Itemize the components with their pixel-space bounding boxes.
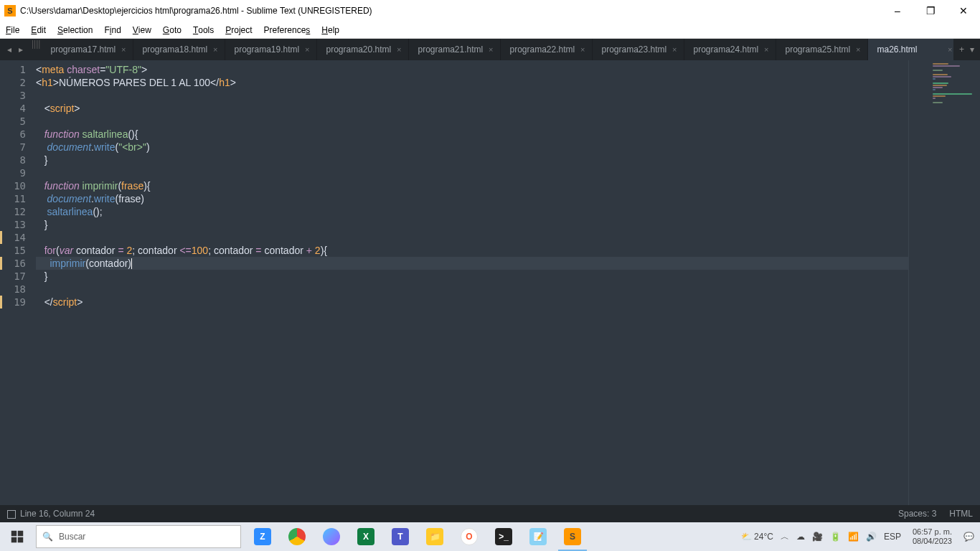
tab-next-icon[interactable]: ▸ bbox=[16, 44, 26, 55]
tab-close-icon[interactable]: × bbox=[854, 45, 862, 54]
code-line-14[interactable] bbox=[36, 231, 908, 244]
code-line-3[interactable] bbox=[36, 89, 908, 102]
code-line-18[interactable] bbox=[36, 283, 908, 296]
code-line-11[interactable]: document.write(frase) bbox=[36, 192, 908, 205]
menu-selection[interactable]: Selection bbox=[52, 22, 98, 38]
tab-programa26.html[interactable]: ma26.html× bbox=[868, 39, 953, 60]
line-number[interactable]: 4 bbox=[0, 102, 36, 115]
line-number[interactable]: 2 bbox=[0, 76, 36, 89]
tab-close-icon[interactable]: × bbox=[946, 45, 953, 54]
code-line-8[interactable]: } bbox=[36, 154, 908, 166]
code-line-16[interactable]: imprimir(contador) bbox=[36, 257, 908, 270]
line-number[interactable]: 5 bbox=[0, 115, 36, 128]
code-line-12[interactable]: saltarlinea(); bbox=[36, 205, 908, 218]
tab-programa20.html[interactable]: programa20.html× bbox=[317, 39, 409, 60]
line-number[interactable]: 6 bbox=[0, 128, 36, 141]
syntax-setting[interactable]: HTML bbox=[949, 509, 973, 519]
tab-programa22.html[interactable]: programa22.html× bbox=[501, 39, 593, 60]
tab-close-icon[interactable]: × bbox=[579, 45, 586, 54]
gutter[interactable]: 12345678910111213141516171819 bbox=[0, 60, 36, 505]
menu-goto[interactable]: Goto bbox=[157, 22, 187, 38]
tab-programa19.html[interactable]: programa19.html× bbox=[225, 39, 317, 60]
tray-chevron-icon[interactable]: ︿ bbox=[781, 531, 789, 543]
line-number[interactable]: 1 bbox=[0, 63, 36, 76]
code-line-6[interactable]: function saltarlinea(){ bbox=[36, 128, 908, 141]
code-line-9[interactable] bbox=[36, 166, 908, 179]
weather-widget[interactable]: ⛅ 24°C bbox=[741, 532, 773, 542]
app-chrome[interactable] bbox=[280, 522, 314, 551]
titlebar[interactable]: S C:\Users\damar\Desktop\ejercicios html… bbox=[0, 0, 980, 22]
code-line-7[interactable]: document.write("<br>") bbox=[36, 141, 908, 154]
tab-close-icon[interactable]: × bbox=[763, 45, 770, 54]
tab-close-icon[interactable]: × bbox=[120, 45, 127, 54]
clock[interactable]: 06:57 p. m. 08/04/2023 bbox=[908, 527, 956, 546]
panel-icon[interactable] bbox=[7, 510, 16, 519]
menu-file[interactable]: File bbox=[0, 22, 25, 38]
menu-edit[interactable]: Edit bbox=[25, 22, 52, 38]
close-button[interactable]: ✕ bbox=[947, 0, 980, 22]
tab-programa18.html[interactable]: programa18.html× bbox=[133, 39, 225, 60]
code-line-17[interactable]: } bbox=[36, 270, 908, 283]
tab-close-icon[interactable]: × bbox=[395, 45, 402, 54]
menu-find[interactable]: Find bbox=[98, 22, 126, 38]
code-line-2[interactable]: <h1>NÚMEROS PARES DEL 1 AL 100</h1> bbox=[36, 76, 908, 89]
line-number[interactable]: 11 bbox=[0, 192, 36, 205]
line-number[interactable]: 15 bbox=[0, 244, 36, 257]
app-copilot[interactable] bbox=[314, 522, 349, 551]
menu-help[interactable]: Help bbox=[316, 22, 345, 38]
code-line-5[interactable] bbox=[36, 115, 908, 128]
line-number[interactable]: 16 bbox=[0, 257, 36, 270]
code-line-1[interactable]: <meta charset="UTF-8"> bbox=[36, 63, 908, 76]
tab-programa17.html[interactable]: programa17.html× bbox=[42, 39, 133, 60]
tab-programa25.html[interactable]: programa25.html× bbox=[776, 39, 868, 60]
tab-prev-icon[interactable]: ◂ bbox=[4, 44, 14, 55]
code-line-13[interactable]: } bbox=[36, 218, 908, 231]
line-number[interactable]: 12 bbox=[0, 205, 36, 218]
menu-preferences[interactable]: Preferences bbox=[258, 22, 316, 38]
menu-view[interactable]: View bbox=[127, 22, 157, 38]
onedrive-icon[interactable]: ☁ bbox=[796, 532, 805, 542]
editor[interactable]: 12345678910111213141516171819 <meta char… bbox=[0, 60, 980, 505]
app-zoom[interactable]: Z bbox=[245, 522, 280, 551]
code-line-4[interactable]: <script> bbox=[36, 102, 908, 115]
tab-close-icon[interactable]: × bbox=[487, 45, 494, 54]
app-teams[interactable]: T bbox=[383, 522, 418, 551]
line-number[interactable]: 8 bbox=[0, 154, 36, 166]
tab-programa23.html[interactable]: programa23.html× bbox=[593, 39, 684, 60]
tab-close-icon[interactable]: × bbox=[671, 45, 678, 54]
line-number[interactable]: 14 bbox=[0, 231, 36, 244]
code-line-10[interactable]: function imprimir(frase){ bbox=[36, 179, 908, 192]
line-number[interactable]: 9 bbox=[0, 166, 36, 179]
tab-programa21.html[interactable]: programa21.html× bbox=[409, 39, 501, 60]
indent-setting[interactable]: Spaces: 3 bbox=[898, 509, 936, 519]
menu-tools[interactable]: Tools bbox=[187, 22, 220, 38]
wifi-icon[interactable]: 📶 bbox=[848, 532, 859, 542]
app-terminal[interactable]: >_ bbox=[486, 522, 521, 551]
code-area[interactable]: <meta charset="UTF-8"><h1>NÚMEROS PARES … bbox=[36, 60, 908, 505]
volume-icon[interactable]: 🔊 bbox=[866, 532, 877, 542]
start-button[interactable] bbox=[0, 522, 34, 551]
code-line-19[interactable]: </script> bbox=[36, 296, 908, 309]
new-tab-button[interactable]: + bbox=[959, 44, 964, 55]
app-brave[interactable]: O bbox=[452, 522, 486, 551]
minimap[interactable] bbox=[908, 60, 980, 505]
menu-project[interactable]: Project bbox=[220, 22, 258, 38]
tab-programa24.html[interactable]: programa24.html× bbox=[684, 39, 776, 60]
app-notes[interactable]: 📝 bbox=[521, 522, 555, 551]
line-number[interactable]: 17 bbox=[0, 270, 36, 283]
app-explorer[interactable]: 📁 bbox=[418, 522, 452, 551]
app-sublime[interactable]: S bbox=[555, 522, 590, 551]
meet-now-icon[interactable]: 🎥 bbox=[812, 532, 823, 542]
line-number[interactable]: 7 bbox=[0, 141, 36, 154]
tab-nav[interactable]: ◂ ▸ bbox=[0, 39, 30, 60]
line-number[interactable]: 18 bbox=[0, 283, 36, 296]
tab-close-icon[interactable]: × bbox=[303, 45, 311, 54]
tab-menu-button[interactable]: ▾ bbox=[970, 44, 974, 55]
line-number[interactable]: 10 bbox=[0, 179, 36, 192]
line-number[interactable]: 19 bbox=[0, 296, 36, 309]
code-line-15[interactable]: for(var contador = 2; contador <=100; co… bbox=[36, 244, 908, 257]
tab-close-icon[interactable]: × bbox=[212, 45, 219, 54]
taskbar-search[interactable]: 🔍 Buscar bbox=[36, 525, 241, 548]
maximize-button[interactable]: ❐ bbox=[914, 0, 947, 22]
line-number[interactable]: 13 bbox=[0, 218, 36, 231]
